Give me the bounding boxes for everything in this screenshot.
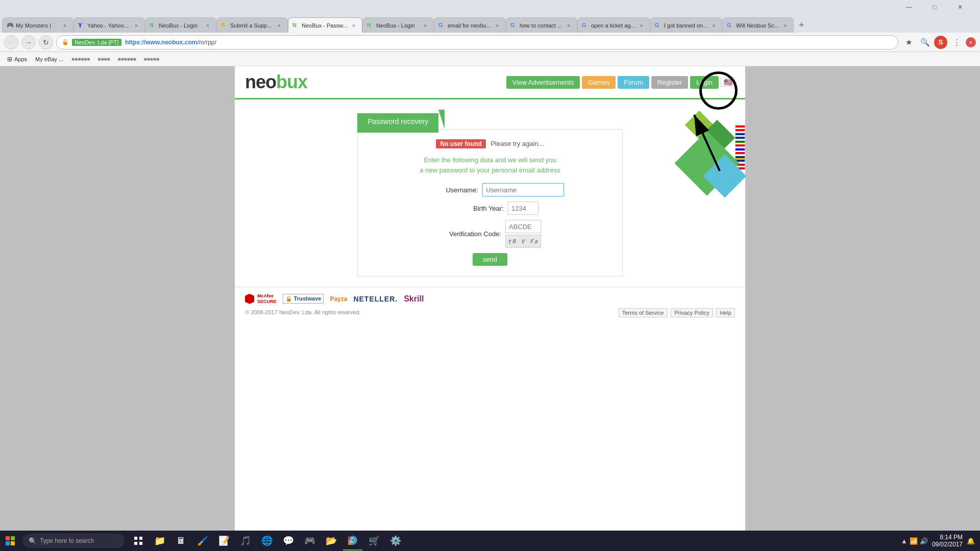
tab-submit-support[interactable]: S Submit a Supp... ×: [216, 17, 288, 33]
bookmark-misc2[interactable]: ■■■■: [94, 55, 113, 63]
messaging-button[interactable]: 💬: [279, 531, 298, 550]
calculator-button[interactable]: 🖩: [172, 531, 191, 550]
bookmark-misc[interactable]: ■■■■■■: [68, 55, 93, 63]
tab-email-neobux[interactable]: G email for neobu... ×: [434, 17, 506, 33]
tab-title: NeoBux - Login: [376, 22, 419, 29]
tab-neobux-password[interactable]: N NeoBux - Passw... ×: [288, 17, 362, 33]
bookmark-misc3[interactable]: ■■■■■■: [115, 55, 139, 63]
bookmark-ebay[interactable]: My eBay ...: [32, 55, 66, 63]
notification-icon[interactable]: 🔔: [967, 537, 975, 545]
back-button[interactable]: ←: [4, 35, 18, 49]
tab-title: how to contact ...: [520, 22, 562, 29]
birth-year-input[interactable]: [508, 202, 538, 215]
start-button[interactable]: [0, 531, 20, 551]
games-button[interactable]: Games: [582, 76, 616, 89]
tab-close-icon[interactable]: ×: [781, 21, 789, 30]
tab-neobux-login-2[interactable]: N NeoBux - Login ×: [362, 17, 434, 33]
close-button[interactable]: ✕: [948, 0, 972, 14]
tab-favicon: N: [150, 22, 157, 29]
task-view-button[interactable]: [129, 531, 148, 550]
birth-year-label: Birth Year:: [442, 205, 508, 212]
instructions: Enter the following data and we will sen…: [373, 155, 607, 175]
username-row: Username:: [373, 183, 607, 196]
settings-button[interactable]: ⚙️: [386, 531, 405, 550]
tab-my-monsters[interactable]: 🎮 My Monsters | ×: [2, 17, 74, 33]
tab-will-neobux-scam[interactable]: G Will Neobux Sc... ×: [722, 17, 794, 33]
paint-button[interactable]: 🖌️: [193, 531, 212, 550]
tab-banned[interactable]: G I got banned on... ×: [650, 17, 723, 33]
forum-button[interactable]: Forum: [618, 76, 649, 89]
send-button[interactable]: send: [473, 253, 507, 266]
bookmark-misc4[interactable]: ■■■■■: [141, 55, 162, 63]
maximize-button[interactable]: □: [923, 0, 946, 14]
tab-close-icon[interactable]: ×: [565, 21, 573, 30]
bookmark-apps[interactable]: ⊞ Apps: [4, 55, 30, 64]
new-tab-button[interactable]: +: [794, 17, 809, 33]
extension-red[interactable]: ×: [966, 37, 976, 47]
mcafee-logo[interactable]: McAfeeSECURE: [245, 293, 277, 305]
tab-close-icon[interactable]: ×: [204, 21, 212, 30]
svg-rect-3: [11, 536, 15, 540]
search-icon[interactable]: 🔍: [918, 35, 932, 49]
flag-us[interactable]: 🇺🇸: [721, 78, 735, 87]
window-controls: — □ ✕: [897, 0, 976, 14]
tab-close-icon[interactable]: ×: [638, 21, 646, 30]
profile-button[interactable]: S: [934, 36, 947, 49]
notes-button[interactable]: 📝: [214, 531, 234, 550]
tab-yahoo[interactable]: Y Yahoo - Yahoo... ×: [74, 17, 145, 33]
tab-neobux-login-1[interactable]: N NeoBux - Login ×: [145, 17, 216, 33]
chrome-active-button[interactable]: [343, 531, 362, 550]
chrome-taskbar-button[interactable]: 🌐: [257, 531, 277, 550]
trustwave-logo[interactable]: 🔒 Trustwave: [283, 294, 324, 304]
network-icon[interactable]: 📶: [910, 537, 918, 545]
payza-logo[interactable]: Payza: [330, 295, 347, 303]
extensions-area: ×: [966, 37, 976, 47]
address-bar[interactable]: 🔒 NeoDev. Lda [PT] https://www.neobux.co…: [56, 35, 898, 49]
forward-button[interactable]: →: [21, 35, 36, 49]
help-link[interactable]: Help: [716, 308, 735, 317]
tab-close-icon[interactable]: ×: [709, 21, 718, 30]
taskbar-clock[interactable]: 8:14 PM 09/02/2017: [932, 534, 963, 548]
media-player-button[interactable]: 🎵: [236, 531, 255, 550]
minimize-button[interactable]: —: [897, 0, 921, 14]
bookmark-ebay-label: My eBay ...: [35, 56, 63, 62]
tab-close-icon[interactable]: ×: [275, 21, 283, 30]
menu-icon[interactable]: ⋮: [949, 35, 964, 49]
privacy-policy-link[interactable]: Privacy Policy: [671, 308, 713, 317]
game-button[interactable]: 🎮: [300, 531, 320, 550]
tab-close-icon[interactable]: ×: [421, 21, 429, 30]
captcha-input[interactable]: [505, 220, 541, 233]
register-button[interactable]: Register: [651, 76, 688, 89]
tray-arrow-icon[interactable]: ▲: [901, 537, 908, 545]
folder-button[interactable]: 📂: [322, 531, 341, 550]
tab-title: My Monsters |: [16, 22, 59, 29]
header-nav: View Advertisements Games Forum Register…: [506, 76, 735, 89]
tab-close-icon[interactable]: ×: [493, 21, 501, 30]
refresh-button[interactable]: ↻: [39, 35, 53, 49]
tab-close-icon[interactable]: ×: [132, 21, 140, 30]
payment-logos: McAfeeSECURE 🔒 Trustwave Payza NETELLER.…: [245, 293, 735, 305]
skrill-logo[interactable]: Skrill: [404, 294, 424, 304]
neobux-footer: McAfeeSECURE 🔒 Trustwave Payza NETELLER.…: [235, 287, 745, 322]
neteller-logo[interactable]: NETELLER.: [353, 295, 398, 303]
store-button[interactable]: 🛒: [364, 531, 384, 550]
username-input[interactable]: [482, 183, 564, 196]
footer-links: Terms of Service Privacy Policy Help: [617, 309, 735, 316]
taskbar-search[interactable]: 🔍 Type here to search: [22, 534, 125, 548]
file-explorer-button[interactable]: 📁: [150, 531, 169, 550]
tab-title: open a ticket ag...: [591, 22, 635, 29]
tab-close-icon[interactable]: ×: [350, 21, 358, 30]
bookmark-icon[interactable]: ★: [901, 35, 916, 49]
tab-close-icon[interactable]: ×: [61, 21, 69, 30]
error-text: Please try again...: [491, 140, 544, 147]
recovery-tab-wrap: Password recovery: [357, 110, 623, 129]
mcafee-text: McAfeeSECURE: [257, 293, 277, 305]
terms-of-service-link[interactable]: Terms of Service: [619, 308, 668, 317]
tab-how-to-contact[interactable]: G how to contact ... ×: [506, 17, 577, 33]
tab-favicon: S: [221, 22, 228, 29]
login-button[interactable]: Login: [690, 76, 719, 89]
view-advertisements-button[interactable]: View Advertisements: [506, 76, 580, 89]
nav-icons-right: ★ 🔍 S ⋮ ×: [901, 35, 976, 49]
tab-open-ticket[interactable]: G open a ticket ag... ×: [577, 17, 650, 33]
volume-icon[interactable]: 🔊: [920, 537, 928, 545]
